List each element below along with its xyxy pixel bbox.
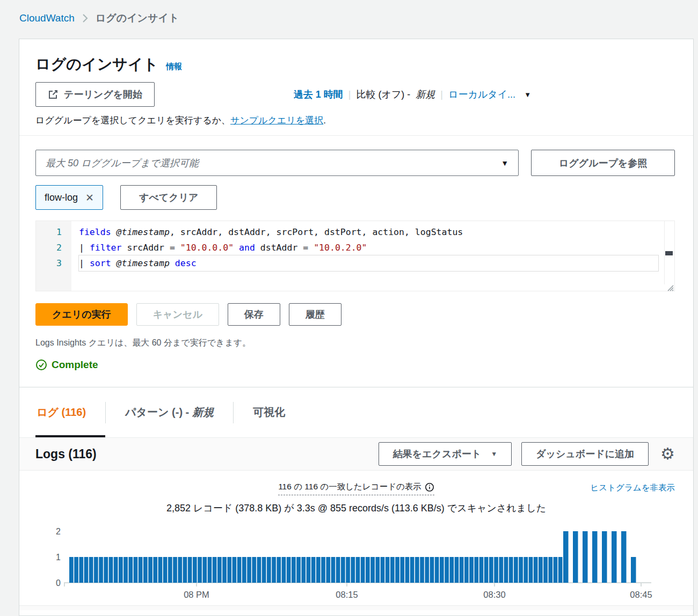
query-editor[interactable]: 123 fields @timestamp, srcAddr, dstAddr,… (35, 221, 675, 291)
clear-all-button[interactable]: すべてクリア (120, 185, 217, 210)
logs-insights-card: ログのインサイト 情報 テーリングを開始 過去 1 時間 | 比較 (オフ) -… (19, 39, 694, 387)
svg-text:08 PM: 08 PM (184, 590, 209, 599)
page-title: ログのインサイト (35, 54, 158, 75)
browse-log-groups-button[interactable]: ロググループを参照 (531, 150, 675, 176)
query-status-label: Complete (52, 359, 98, 371)
query-limit-note: Logs Insights クエリは、最大 60 分まで実行できます。 (35, 338, 675, 349)
time-range-caret-icon[interactable]: ▼ (524, 91, 531, 99)
query-line[interactable]: | sort @timestamp desc (79, 255, 658, 271)
results-header: Logs (116) 結果をエクスポート ▼ ダッシュボードに追加 ⚙ (19, 437, 693, 471)
results-title: Logs (116) (35, 447, 97, 461)
tab-visualization[interactable]: 可視化 (234, 387, 304, 437)
svg-text:08:45: 08:45 (630, 590, 652, 599)
log-group-chip-label: flow-log (45, 192, 78, 203)
divider (19, 135, 693, 136)
resize-handle-icon[interactable] (666, 283, 674, 291)
editor-scrollbar[interactable] (664, 221, 673, 284)
log-group-placeholder: 最大 50 ロググループまで選択可能 (46, 157, 501, 170)
compare-label[interactable]: 比較 (オフ) - (356, 88, 410, 101)
info-icon[interactable] (425, 482, 434, 492)
tab-logs[interactable]: ログ (116) (35, 387, 105, 437)
query-code[interactable]: fields @timestamp, srcAddr, dstAddr, src… (71, 221, 674, 291)
next-section-edge (19, 605, 693, 610)
check-circle-icon (35, 359, 47, 371)
breadcrumb: CloudWatch ログのインサイト (0, 0, 698, 25)
remove-log-group-icon[interactable]: ✕ (85, 192, 94, 204)
log-group-select[interactable]: 最大 50 ロググループまで選択可能 ▼ (35, 150, 519, 176)
breadcrumb-chevron-icon (82, 13, 88, 23)
hint-text: ロググループを選択してクエリを実行するか、サンプルクエリを選択. (35, 114, 675, 127)
svg-text:2: 2 (56, 527, 61, 536)
sample-query-link[interactable]: サンプルクエリを選択 (230, 115, 323, 126)
matches-text: 116 の 116 の一致したレコードの表示 (278, 481, 421, 493)
add-to-dashboard-button[interactable]: ダッシュボードに追加 (521, 442, 649, 466)
cancel-button[interactable]: キャンセル (136, 303, 219, 326)
breadcrumb-cloudwatch-link[interactable]: CloudWatch (19, 12, 75, 24)
gear-icon[interactable]: ⚙ (660, 446, 675, 462)
line-numbers: 123 (36, 221, 71, 291)
save-button[interactable]: 保存 (228, 303, 280, 326)
svg-text:08:15: 08:15 (336, 590, 358, 599)
svg-text:08:30: 08:30 (483, 590, 505, 599)
tab-patterns[interactable]: パターン (-) - 新規 (106, 387, 233, 437)
matches-row: 116 の 116 の一致したレコードの表示 (19, 481, 693, 495)
svg-text:1: 1 (56, 553, 61, 562)
compare-new-label: 新規 (416, 88, 435, 101)
log-group-chip: flow-log ✕ (35, 185, 103, 210)
editor-scrollbar-thumb[interactable] (665, 251, 673, 255)
time-range-selected[interactable]: 過去 1 時間 (294, 88, 343, 101)
scan-summary: 2,852 レコード (378.8 KB) が 3.3s @ 855 recor… (19, 502, 693, 515)
breadcrumb-current: ログのインサイト (96, 11, 179, 25)
histogram-chart[interactable]: 01208 PM08:1508:3008:45 (19, 522, 693, 605)
results-card: ログ (116) パターン (-) - 新規 可視化 Logs (116) 結果… (19, 387, 694, 616)
run-query-button[interactable]: クエリの実行 (35, 303, 128, 326)
select-caret-icon: ▼ (501, 159, 508, 167)
start-tailing-button[interactable]: テーリングを開始 (35, 82, 155, 107)
query-line[interactable]: fields @timestamp, srcAddr, dstAddr, src… (79, 224, 658, 240)
time-range-control[interactable]: 過去 1 時間 | 比較 (オフ) - 新規 | ローカルタイ... ▼ (294, 88, 531, 101)
info-link[interactable]: 情報 (166, 62, 182, 72)
export-results-button[interactable]: 結果をエクスポート ▼ (379, 442, 512, 466)
external-link-icon (48, 89, 59, 100)
timezone-label[interactable]: ローカルタイ... (448, 88, 515, 101)
results-tabs: ログ (116) パターン (-) - 新規 可視化 (19, 387, 693, 437)
svg-text:0: 0 (56, 578, 61, 588)
export-caret-icon: ▼ (491, 450, 497, 458)
query-line[interactable]: | filter srcAddr = "10.0.0.0" and dstAdd… (79, 240, 658, 255)
query-status: Complete (35, 359, 675, 371)
history-button[interactable]: 履歴 (289, 303, 341, 326)
histogram-section: ヒストグラムを非表示 116 の 116 の一致したレコードの表示 2,852 … (19, 471, 693, 610)
